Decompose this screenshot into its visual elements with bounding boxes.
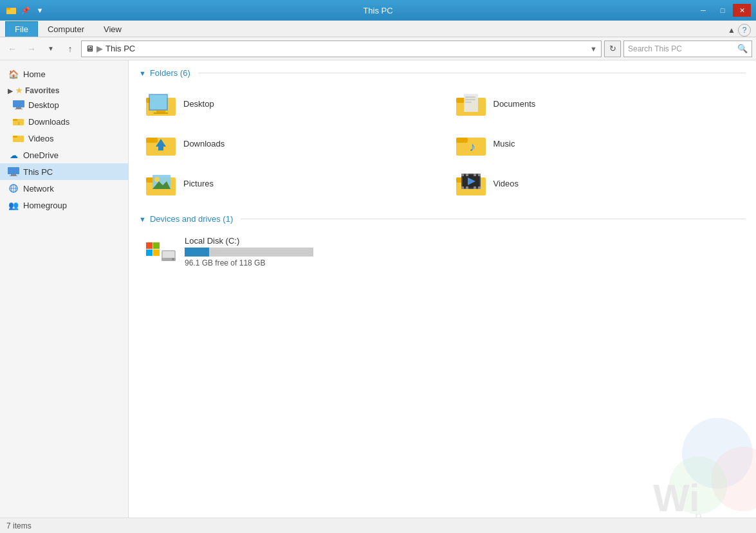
folders-section-header: ▼ Folders (6): [139, 68, 746, 78]
drive-space-bar: [185, 248, 313, 257]
sidebar-onedrive-label: OneDrive: [23, 150, 59, 160]
svg-text:Wi: Wi: [653, 476, 700, 518]
status-bar: 7 items: [0, 518, 756, 533]
folder-item-pictures[interactable]: Pictures: [139, 165, 436, 201]
folder-item-music[interactable]: ♪ Music: [449, 125, 746, 161]
svg-rect-50: [466, 186, 468, 189]
sidebar-group-favorites[interactable]: ▶ ★ Favorites: [0, 82, 128, 96]
svg-rect-52: [478, 186, 481, 189]
maximize-button[interactable]: □: [714, 4, 732, 17]
svg-rect-49: [461, 186, 464, 189]
minimize-button[interactable]: ─: [694, 4, 712, 17]
svg-rect-11: [11, 174, 16, 176]
recent-locations-button[interactable]: ▼: [42, 41, 59, 57]
address-dropdown-chevron[interactable]: ▼: [590, 45, 597, 53]
sidebar-homegroup-label: Homegroup: [23, 201, 67, 210]
favorites-arrow-icon: ▶: [8, 87, 13, 95]
svg-rect-27: [465, 99, 475, 100]
svg-rect-21: [156, 111, 165, 113]
svg-text:♪: ♪: [469, 140, 475, 154]
quick-access-toolbar: 📌 ▼: [5, 4, 46, 17]
pictures-folder-icon: [145, 170, 177, 197]
svg-rect-12: [10, 176, 17, 176]
folders-grid: Desktop Documents: [139, 86, 746, 201]
sidebar-downloads-label: Downloads: [28, 117, 69, 127]
desktop-folder-label: Desktop: [183, 99, 214, 109]
address-bar[interactable]: 🖥 ▶ This PC ▼: [81, 41, 602, 57]
svg-rect-46: [466, 174, 468, 176]
svg-rect-30: [146, 138, 158, 143]
refresh-button[interactable]: ↻: [604, 41, 621, 57]
qat-more-icon[interactable]: ▼: [33, 4, 46, 17]
forward-button[interactable]: →: [23, 41, 40, 57]
svg-rect-28: [465, 102, 472, 103]
pictures-folder-label: Pictures: [183, 179, 214, 188]
tab-view[interactable]: View: [94, 21, 131, 37]
title-bar-left: 📌 ▼: [5, 4, 46, 17]
tab-file[interactable]: File: [5, 21, 38, 37]
sidebar-item-onedrive[interactable]: ☁ OneDrive: [0, 147, 128, 163]
sidebar: 🏠 Home ▶ ★ Favorites Desktop: [0, 60, 129, 518]
thispc-icon: [8, 166, 19, 177]
music-folder-icon: ♪: [455, 130, 487, 157]
qat-pin-icon[interactable]: 📌: [19, 4, 32, 17]
drive-name: Local Disk (C:): [185, 236, 313, 246]
folder-item-desktop[interactable]: Desktop: [139, 86, 436, 122]
sidebar-videos-label: Videos: [28, 134, 54, 143]
svg-point-62: [711, 447, 756, 511]
documents-folder-icon: [455, 90, 487, 117]
ribbon-collapse-btn[interactable]: ▲: [728, 26, 735, 35]
svg-rect-22: [154, 113, 168, 114]
devices-collapse-arrow[interactable]: ▼: [139, 215, 146, 223]
tab-computer[interactable]: Computer: [38, 21, 94, 37]
svg-text:↓: ↓: [17, 120, 20, 126]
svg-rect-51: [474, 186, 476, 189]
drive-info: Local Disk (C:) 96.1 GB free of 118 GB: [185, 236, 313, 267]
folder-item-videos[interactable]: Videos: [449, 165, 746, 201]
sidebar-item-desktop[interactable]: Desktop: [5, 96, 128, 113]
videos-folder-icon: [13, 132, 24, 144]
sidebar-desktop-label: Desktop: [28, 100, 59, 110]
network-icon: [8, 183, 19, 194]
svg-point-63: [669, 456, 727, 514]
search-bar[interactable]: Search This PC 🔍: [623, 41, 752, 57]
svg-rect-33: [456, 138, 468, 143]
folders-divider: [198, 73, 746, 73]
windows-watermark: Wi n: [640, 402, 756, 518]
svg-point-61: [682, 418, 753, 489]
svg-rect-48: [478, 174, 481, 176]
address-separator: ▶: [97, 44, 103, 53]
svg-text:n: n: [695, 509, 702, 518]
back-button[interactable]: ←: [4, 41, 21, 57]
svg-rect-54: [153, 242, 160, 249]
qat-folder-icon[interactable]: [5, 4, 18, 17]
sidebar-item-network[interactable]: Network: [0, 180, 128, 197]
address-bar-area: ← → ▼ ↑ 🖥 ▶ This PC ▼ ↻ Search This PC 🔍: [0, 37, 756, 60]
folder-item-downloads[interactable]: Downloads: [139, 125, 436, 161]
svg-point-38: [154, 177, 160, 182]
title-bar-controls: ─ □ ✕: [694, 4, 751, 17]
desktop-icon: [13, 99, 24, 111]
drive-item-c[interactable]: Local Disk (C:) 96.1 GB free of 118 GB: [139, 231, 746, 272]
up-button[interactable]: ↑: [62, 41, 78, 57]
search-icon: 🔍: [737, 44, 748, 53]
close-button[interactable]: ✕: [733, 4, 751, 17]
folder-item-documents[interactable]: Documents: [449, 86, 746, 122]
sidebar-thispc-label: This PC: [23, 167, 53, 177]
sidebar-item-downloads[interactable]: ↓ Downloads: [5, 113, 128, 130]
folders-collapse-arrow[interactable]: ▼: [139, 69, 146, 77]
sidebar-home-label: Home: [23, 69, 46, 79]
svg-rect-2: [13, 100, 24, 107]
svg-rect-56: [153, 249, 160, 256]
content-area: ▼ Folders (6) Desktop: [129, 60, 756, 518]
devices-divider: [241, 219, 746, 219]
sidebar-item-videos[interactable]: Videos: [5, 130, 128, 147]
address-path-icon: 🖥: [86, 44, 94, 53]
sidebar-item-thispc[interactable]: This PC: [0, 163, 128, 180]
sidebar-item-homegroup[interactable]: 👥 Homegroup: [0, 197, 128, 213]
sidebar-item-home[interactable]: 🏠 Home: [0, 66, 128, 82]
ribbon-help-btn[interactable]: ?: [738, 24, 751, 37]
documents-folder-label: Documents: [493, 99, 536, 109]
search-placeholder-text: Search This PC: [628, 44, 737, 53]
favorites-label: Favorites: [25, 86, 59, 95]
